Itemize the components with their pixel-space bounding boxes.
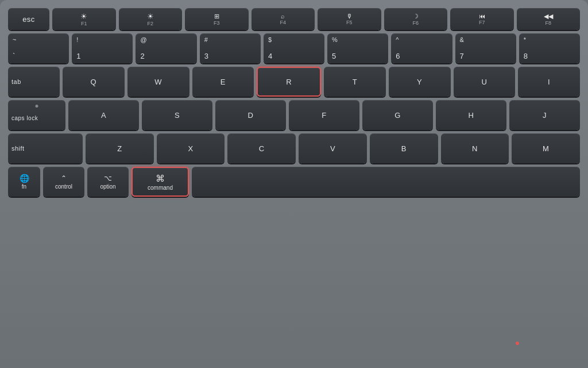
key-3[interactable]: # 3 [200, 33, 261, 63]
key-a[interactable]: A [68, 100, 139, 130]
key-tab[interactable]: tab [8, 67, 60, 97]
key-esc[interactable]: esc [8, 8, 49, 30]
key-f2[interactable]: ☀ F2 [119, 8, 183, 30]
key-u[interactable]: U [454, 67, 516, 97]
red-dot-indicator [516, 342, 519, 345]
key-b[interactable]: B [370, 133, 438, 163]
key-w[interactable]: W [127, 67, 189, 97]
key-capslock[interactable]: caps lock [8, 100, 65, 130]
number-key-row: ~ ` ! 1 @ 2 # 3 $ 4 % 5 ^ 6 & 7 [8, 33, 580, 63]
key-e[interactable]: E [192, 67, 254, 97]
key-command[interactable]: ⌘ command [131, 167, 189, 197]
key-t[interactable]: T [324, 67, 386, 97]
key-v[interactable]: V [299, 133, 367, 163]
qwerty-key-row: tab Q W E R T Y U I [8, 67, 580, 97]
key-f6[interactable]: ☽ F6 [384, 8, 448, 30]
bottom-key-row: 🌐 fn ⌃ control ⌥ option ⌘ command [8, 167, 580, 197]
key-m[interactable]: M [512, 133, 580, 163]
key-c[interactable]: C [227, 133, 296, 163]
key-2[interactable]: @ 2 [136, 33, 196, 63]
key-fn[interactable]: 🌐 fn [8, 167, 40, 197]
key-1[interactable]: ! 1 [72, 33, 133, 63]
key-f1[interactable]: ☀ F1 [52, 8, 116, 30]
key-4[interactable]: $ 4 [264, 33, 324, 63]
key-i[interactable]: I [518, 67, 580, 97]
key-d[interactable]: D [215, 100, 286, 130]
key-g[interactable]: G [362, 100, 433, 130]
key-f5[interactable]: 🎙 F5 [318, 8, 381, 30]
key-8[interactable]: * 8 [519, 33, 580, 63]
key-r[interactable]: R [257, 67, 321, 97]
key-f[interactable]: F [289, 100, 359, 130]
key-6[interactable]: ^ 6 [391, 33, 452, 63]
key-y[interactable]: Y [389, 67, 451, 97]
keyboard: esc ☀ F1 ☀ F2 ⊞ F3 ⌕ F4 🎙 F5 ☽ F6 ⏮ F7 [0, 0, 588, 368]
key-j[interactable]: J [509, 100, 580, 130]
key-control[interactable]: ⌃ control [43, 167, 84, 197]
key-s[interactable]: S [142, 100, 212, 130]
zxcv-key-row: shift Z X C V B N M [8, 133, 580, 163]
key-z[interactable]: Z [86, 133, 154, 163]
key-shift-left[interactable]: shift [8, 133, 83, 163]
key-n[interactable]: N [441, 133, 509, 163]
key-5[interactable]: % 5 [327, 33, 388, 63]
key-option[interactable]: ⌥ option [87, 167, 129, 197]
key-q[interactable]: Q [63, 67, 125, 97]
capslock-indicator [36, 105, 38, 108]
key-h[interactable]: H [436, 100, 506, 130]
key-7[interactable]: & 7 [455, 33, 516, 63]
key-x[interactable]: X [157, 133, 225, 163]
asdf-key-row: caps lock A S D F G H J [8, 100, 580, 130]
key-space[interactable] [192, 167, 580, 197]
key-f7[interactable]: ⏮ F7 [450, 8, 514, 30]
fn-key-row: esc ☀ F1 ☀ F2 ⊞ F3 ⌕ F4 🎙 F5 ☽ F6 ⏮ F7 [8, 8, 580, 30]
key-f4[interactable]: ⌕ F4 [252, 8, 315, 30]
key-backtick[interactable]: ~ ` [8, 33, 69, 63]
key-f3[interactable]: ⊞ F3 [185, 8, 249, 30]
key-f8[interactable]: ◀◀ F8 [517, 8, 581, 30]
